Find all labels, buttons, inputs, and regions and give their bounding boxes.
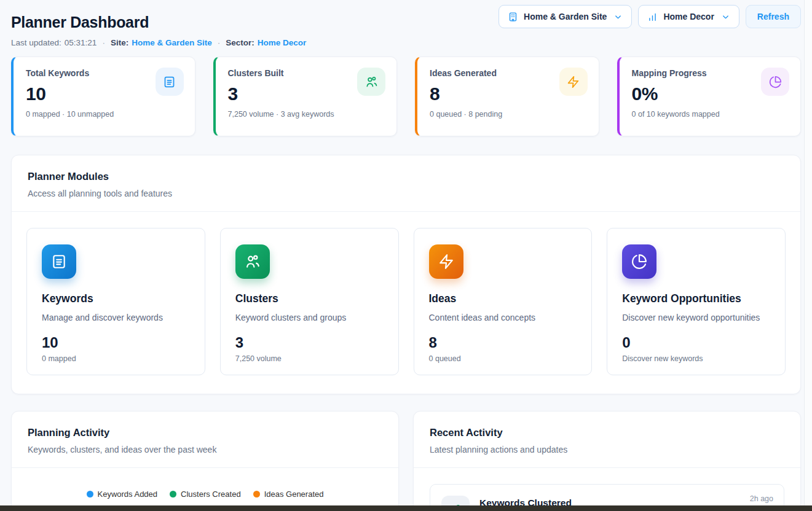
bottom-row: Planning Activity Keywords, clusters, an… <box>11 411 801 511</box>
module-icon-badge <box>429 244 463 279</box>
module-value: 0 <box>622 334 770 351</box>
planner-dashboard-page: Planner Dashboard Last updated: 05:31:21… <box>0 0 812 511</box>
activity-feed: Keywords Clustered 3 new clusters create… <box>414 468 800 511</box>
dot-separator: · <box>102 38 105 47</box>
activity-timestamp: 2h ago <box>750 494 773 503</box>
module-icon-badge <box>235 244 270 279</box>
dot-separator: · <box>218 38 221 47</box>
module-sub-label: Discover new keywords <box>622 354 770 363</box>
stat-detail: 0 of 10 keywords mapped <box>632 110 789 119</box>
stat-cards-row: Total Keywords 10 0 mapped · 10 unmapped… <box>11 57 801 136</box>
module-value: 8 <box>429 334 577 351</box>
recent-activity-header: Recent Activity Latest planning actions … <box>414 412 800 468</box>
legend-item-ideas-generated[interactable]: Ideas Generated <box>253 490 324 499</box>
section-title: Recent Activity <box>430 427 784 439</box>
bolt-icon <box>567 76 580 88</box>
module-card-clusters[interactable]: Clusters Keyword clusters and groups 3 7… <box>220 228 399 375</box>
module-value: 3 <box>235 334 384 351</box>
sector-selector-label: Home Decor <box>663 12 714 21</box>
site-link[interactable]: Home & Garden Site <box>132 38 212 47</box>
site-label: Site: <box>111 38 128 47</box>
section-title: Planner Modules <box>28 171 784 182</box>
module-title: Clusters <box>235 292 384 305</box>
legend-dot-icon <box>170 491 176 497</box>
sector-link[interactable]: Home Decor <box>258 38 307 47</box>
section-subtitle: Keywords, clusters, and ideas over the p… <box>28 445 382 454</box>
site-selector-dropdown[interactable]: Home & Garden Site <box>499 5 632 28</box>
stat-detail: 7,250 volume · 3 avg keywords <box>228 110 385 119</box>
module-icon-badge <box>622 244 656 279</box>
recent-activity-panel: Recent Activity Latest planning actions … <box>413 411 801 511</box>
legend-item-keywords-added[interactable]: Keywords Added <box>87 490 158 499</box>
chevron-down-icon <box>613 12 623 21</box>
header-meta: Last updated: 05:31:21 · Site: Home & Ga… <box>11 38 801 47</box>
module-title: Keywords <box>42 292 190 305</box>
stat-card-clusters-built: Clusters Built 3 7,250 volume · 3 avg ke… <box>213 57 398 136</box>
stat-icon-chip <box>559 68 588 96</box>
planner-modules-header: Planner Modules Access all planning tool… <box>12 155 800 212</box>
header-actions: Home & Garden Site Home Decor Refresh <box>499 5 801 28</box>
module-value: 10 <box>42 334 190 351</box>
legend-dot-icon <box>87 491 93 497</box>
users-icon <box>245 254 261 270</box>
module-description: Content ideas and concepts <box>429 313 577 322</box>
bolt-icon <box>438 254 454 270</box>
module-card-keywords[interactable]: Keywords Manage and discover keywords 10… <box>26 228 205 375</box>
stat-detail: 0 mapped · 10 unmapped <box>26 110 183 119</box>
stat-card-ideas-generated: Ideas Generated 8 0 queued · 8 pending <box>415 57 599 136</box>
module-title: Keyword Opportunities <box>622 292 770 305</box>
module-description: Discover new keyword opportunities <box>622 313 770 322</box>
stat-icon-chip <box>357 68 385 96</box>
refresh-button[interactable]: Refresh <box>746 5 801 28</box>
bar-chart-icon <box>647 12 658 22</box>
stat-icon-chip <box>156 68 184 96</box>
module-sub-label: 0 queued <box>429 354 577 363</box>
module-card-ideas[interactable]: Ideas Content ideas and concepts 8 0 que… <box>414 228 593 375</box>
section-title: Planning Activity <box>28 427 382 439</box>
module-card-keyword-opportunities[interactable]: Keyword Opportunities Discover new keywo… <box>607 228 786 375</box>
section-subtitle: Latest planning actions and updates <box>430 445 784 454</box>
sector-selector-dropdown[interactable]: Home Decor <box>638 5 739 28</box>
module-icon-badge <box>42 244 76 279</box>
stat-card-total-keywords: Total Keywords 10 0 mapped · 10 unmapped <box>11 57 195 136</box>
site-selector-label: Home & Garden Site <box>524 12 607 21</box>
chevron-down-icon <box>721 12 730 21</box>
last-updated-time: 05:31:21 <box>65 38 97 47</box>
pie-chart-icon <box>769 76 782 88</box>
planning-activity-panel: Planning Activity Keywords, clusters, an… <box>11 411 399 511</box>
stat-icon-chip <box>761 68 789 96</box>
modules-grid: Keywords Manage and discover keywords 10… <box>12 212 800 394</box>
document-icon <box>51 254 67 270</box>
stat-card-mapping-progress: Mapping Progress 0% 0 of 10 keywords map… <box>617 57 802 136</box>
section-subtitle: Access all planning tools and features <box>28 189 784 198</box>
taskbar-edge-strip <box>0 505 812 511</box>
scrollbar[interactable] <box>804 0 812 511</box>
building-icon <box>508 12 518 22</box>
legend-item-clusters-created[interactable]: Clusters Created <box>170 490 241 499</box>
chart-legend: Keywords Added Clusters Created Ideas Ge… <box>12 490 398 499</box>
planner-modules-panel: Planner Modules Access all planning tool… <box>11 155 801 394</box>
module-description: Manage and discover keywords <box>42 313 190 322</box>
stat-detail: 0 queued · 8 pending <box>430 110 586 119</box>
planning-activity-header: Planning Activity Keywords, clusters, an… <box>12 412 398 468</box>
users-icon <box>365 76 378 88</box>
sector-label: Sector: <box>226 38 254 47</box>
last-updated-label: Last updated: <box>11 38 61 47</box>
document-icon <box>163 76 176 88</box>
page-header: Planner Dashboard Last updated: 05:31:21… <box>11 0 801 47</box>
module-title: Ideas <box>429 292 577 305</box>
pie-chart-icon <box>631 254 647 270</box>
module-sub-label: 7,250 volume <box>235 354 384 363</box>
module-sub-label: 0 mapped <box>42 354 190 363</box>
legend-dot-icon <box>253 491 260 497</box>
module-description: Keyword clusters and groups <box>235 313 384 322</box>
